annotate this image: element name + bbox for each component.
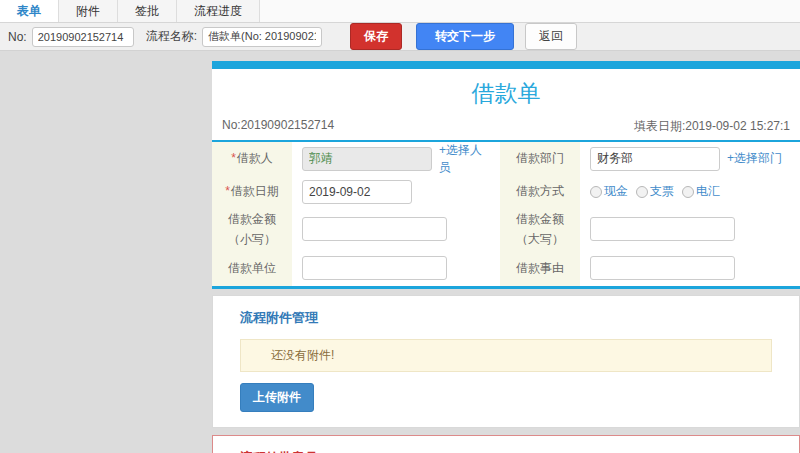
tab-process-progress[interactable]: 流程进度 [177, 0, 260, 22]
borrower-field: +选择人员 [292, 142, 500, 175]
panel-top-bar [212, 61, 800, 69]
borrower-input [302, 147, 432, 171]
attachments-panel: 流程附件管理 还没有附件! 上传附件 [212, 295, 800, 428]
loan-method-label: 借款方式 [500, 175, 580, 208]
required-asterisk: * [231, 151, 236, 165]
sheet-title: 借款单 [212, 69, 800, 116]
loan-date-input[interactable] [302, 180, 412, 204]
back-button[interactable]: 返回 [525, 23, 577, 50]
department-field: +选择部门 [580, 142, 800, 175]
radio-cheque[interactable]: 支票 [636, 183, 674, 200]
approval-opinion-title: 流程签批意见 [240, 449, 772, 453]
radio-circle[interactable] [636, 186, 648, 198]
upload-attachment-button[interactable]: 上传附件 [240, 383, 314, 412]
loan-method-radio-group: 现金 支票 电汇 [590, 183, 720, 200]
no-label: No: [8, 30, 27, 44]
department-input[interactable] [590, 147, 720, 171]
process-name-input[interactable] [202, 27, 322, 47]
required-asterisk: * [225, 184, 230, 198]
sheet-meta: No:20190902152714 填表日期:2019-09-02 15:27:… [212, 116, 800, 142]
department-label: 借款部门 [500, 142, 580, 175]
command-toolbar: No: 流程名称: 保存 转交下一步 返回 [0, 23, 800, 51]
select-department-link[interactable]: +选择部门 [727, 150, 782, 167]
tab-approval[interactable]: 签批 [118, 0, 177, 22]
loan-unit-label: 借款单位 [212, 250, 292, 286]
loan-method-field: 现金 支票 电汇 [580, 175, 800, 208]
borrower-label: *借款人 [212, 142, 292, 175]
amount-big-label: 借款金额（大写） [500, 208, 580, 250]
no-input[interactable] [32, 27, 134, 47]
select-person-link[interactable]: +选择人员 [439, 142, 490, 176]
attachments-title: 流程附件管理 [240, 309, 772, 327]
approval-opinion-panel: 流程签批意见 B I abc [212, 435, 800, 453]
loan-reason-field [580, 250, 800, 286]
tab-form[interactable]: 表单 [0, 0, 59, 22]
loan-unit-field [292, 250, 500, 286]
radio-cash[interactable]: 现金 [590, 183, 628, 200]
main-content: 借款单 No:20190902152714 填表日期:2019-09-02 15… [212, 51, 800, 453]
amount-big-input[interactable] [590, 217, 735, 241]
tab-bar: 表单 附件 签批 流程进度 [0, 0, 800, 23]
loan-date-label: *借款日期 [212, 175, 292, 208]
amount-small-label: 借款金额（小写） [212, 208, 292, 250]
loan-form-panel: 借款单 No:20190902152714 填表日期:2019-09-02 15… [212, 61, 800, 289]
radio-circle[interactable] [590, 186, 602, 198]
sheet-date-text: 填表日期:2019-09-02 15:27:1 [634, 118, 790, 135]
no-attachments-message: 还没有附件! [240, 339, 772, 372]
loan-reason-label: 借款事由 [500, 250, 580, 286]
radio-circle[interactable] [682, 186, 694, 198]
sheet-no-text: No:20190902152714 [222, 118, 334, 135]
loan-unit-input[interactable] [302, 256, 447, 280]
amount-big-field [580, 208, 800, 250]
loan-date-field [292, 175, 500, 208]
form-grid: *借款人 +选择人员 借款部门 +选择部门 *借款日期 借款方式 现金 [212, 142, 800, 286]
amount-small-field [292, 208, 500, 250]
tab-attachments[interactable]: 附件 [59, 0, 118, 22]
loan-reason-input[interactable] [590, 256, 735, 280]
save-button[interactable]: 保存 [350, 23, 402, 50]
process-name-label: 流程名称: [146, 28, 197, 45]
radio-wire-transfer[interactable]: 电汇 [682, 183, 720, 200]
forward-next-step-button[interactable]: 转交下一步 [416, 23, 514, 50]
amount-small-input[interactable] [302, 217, 447, 241]
